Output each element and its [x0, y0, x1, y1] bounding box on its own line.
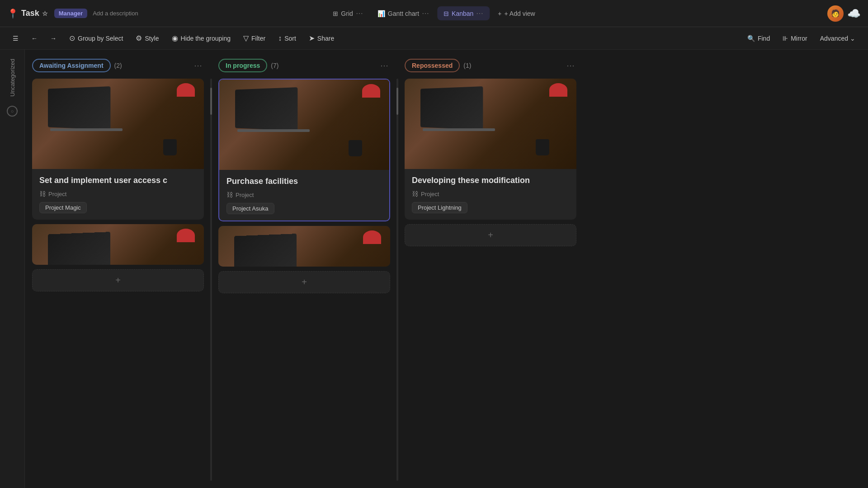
gantt-menu-icon[interactable]: ⋯ — [422, 9, 429, 18]
sidebar-toggle-icon: ☰ — [13, 35, 19, 42]
column-inprogress: In progress (7) ⋯ ✋ Purchase facilities … — [218, 57, 390, 481]
card-title-set-user: Set and implement user access c — [39, 175, 197, 186]
app-title-group: 📍 Task ☆ Manager — [7, 8, 87, 19]
cloud-icon[interactable]: ☁️ — [847, 7, 861, 20]
card-developing-modification[interactable]: Developing these modification ⛓ Project … — [405, 79, 576, 220]
redo-icon: → — [50, 35, 57, 42]
share-button[interactable]: ➤ Share — [303, 32, 340, 45]
top-bar: 📍 Task ☆ Manager Add a description ⊞ Gri… — [0, 0, 868, 27]
awaiting-scrollbar[interactable] — [210, 79, 212, 481]
awaiting-menu-icon[interactable]: ⋯ — [192, 59, 204, 72]
column-header-repossessed: Repossessed (1) ⋯ — [405, 57, 576, 74]
inprogress-menu-icon[interactable]: ⋯ — [378, 59, 390, 72]
toolbar: ☰ ← → ⊙ Group by Select ⚙ Style ◉ Hide t… — [0, 27, 868, 50]
card-image-set-user — [32, 79, 204, 169]
card-tag-magic: Project Magic — [39, 202, 87, 213]
group-by-icon: ⊙ — [69, 34, 75, 42]
repossessed-menu-icon[interactable]: ⋯ — [565, 59, 576, 72]
find-label: Find — [758, 35, 770, 42]
style-button[interactable]: ⚙ Style — [130, 32, 164, 45]
kanban-icon: ⊟ — [443, 10, 449, 17]
card-inprogress-partial[interactable] — [218, 226, 390, 267]
card-project-label-developing: Project — [421, 191, 439, 197]
tab-gantt-label: Gantt chart — [388, 10, 419, 17]
card-project-row-1: ⛓ Project — [39, 190, 197, 197]
tab-kanban[interactable]: ⊟ Kanban ⋯ — [437, 6, 490, 20]
hat-decoration-5 — [549, 83, 567, 97]
mug-decoration-5 — [536, 139, 549, 155]
mirror-button[interactable]: ⊪ Mirror — [777, 33, 813, 44]
card-project-label-1: Project — [48, 191, 66, 197]
manager-badge: Manager — [54, 9, 87, 18]
mirror-label: Mirror — [791, 35, 807, 42]
column-repossessed: Repossessed (1) ⋯ Developing these modif… — [405, 57, 576, 481]
mirror-icon: ⊪ — [783, 35, 788, 42]
add-card-inprogress[interactable]: + — [218, 271, 390, 293]
sidebar-toggle-button[interactable]: ☰ — [7, 33, 24, 44]
card-project-row-purchase: ⛓ Project — [226, 191, 382, 198]
redo-button[interactable]: → — [45, 33, 62, 44]
hat-decoration-4 — [363, 230, 381, 244]
card-set-user-access[interactable]: Set and implement user access c ⛓ Projec… — [32, 79, 204, 220]
card-tag-asuka: Project Asuka — [226, 203, 274, 214]
hat-decoration-3 — [362, 84, 380, 98]
hide-grouping-button[interactable]: ◉ Hide the grouping — [166, 32, 236, 45]
card-image-developing — [405, 79, 576, 169]
share-icon: ➤ — [309, 34, 315, 42]
project-link-icon: ⛓ — [39, 190, 46, 197]
toolbar-right: 🔍 Find ⊪ Mirror Advanced ⌄ — [742, 33, 861, 44]
inprogress-scrollbar[interactable] — [396, 79, 398, 481]
plus-repossessed-icon: + — [488, 230, 493, 240]
sort-button[interactable]: ↕ Sort — [273, 32, 302, 45]
filter-button[interactable]: ▽ Filter — [238, 32, 271, 45]
plus-inprogress-icon: + — [302, 277, 307, 287]
kanban-board: Awaiting Assignment (2) ⋯ Set and implem… — [25, 50, 868, 488]
card-content-developing: Developing these modification ⛓ Project … — [405, 169, 576, 220]
app-title-text: Task — [21, 9, 39, 18]
grid-menu-icon[interactable]: ⋯ — [356, 9, 363, 18]
column-label-inprogress: In progress (7) — [218, 59, 278, 72]
hat-decoration-2 — [177, 229, 195, 242]
top-right-controls: 🧑 ☁️ — [827, 5, 861, 22]
star-icon[interactable]: ☆ — [42, 10, 48, 17]
card-image-purchase — [219, 80, 389, 170]
project-link-icon-2: ⛓ — [226, 191, 233, 198]
hide-grouping-label: Hide the grouping — [181, 35, 231, 42]
card-awaiting-partial[interactable] — [32, 224, 204, 265]
pin-icon: 📍 — [7, 8, 19, 19]
add-view-label: + Add view — [505, 10, 535, 17]
column-label-repossessed: Repossessed (1) — [405, 59, 471, 72]
kanban-menu-icon[interactable]: ⋯ — [476, 9, 483, 18]
card-image-inprogress-partial — [218, 226, 390, 267]
tab-gantt[interactable]: 📊 Gantt chart ⋯ — [371, 6, 435, 20]
mug-decoration — [163, 139, 177, 155]
sort-icon: ↕ — [278, 34, 282, 42]
uncategorized-label: Uncategorized — [7, 55, 18, 100]
plus-icon: + — [498, 10, 501, 17]
gantt-icon: 📊 — [377, 10, 385, 17]
uncategorized-sidebar: Uncategorized ○ — [0, 50, 25, 488]
chevron-down-icon: ⌄ — [850, 35, 855, 42]
card-title-purchase: Purchase facilities — [226, 176, 382, 187]
card-project-row-developing: ⛓ Project — [412, 190, 569, 197]
mug-decoration-3 — [349, 140, 362, 156]
avatar[interactable]: 🧑 — [827, 5, 844, 22]
main-layout: Uncategorized ○ Awaiting Assignment (2) … — [0, 50, 868, 488]
group-by-label: Group by Select — [78, 35, 123, 42]
add-card-awaiting[interactable]: + — [32, 269, 204, 291]
tab-grid-label: Grid — [341, 10, 353, 17]
group-by-button[interactable]: ⊙ Group by Select — [64, 32, 128, 45]
add-card-repossessed[interactable]: + — [405, 224, 576, 246]
tab-grid[interactable]: ⊞ Grid ⋯ — [326, 6, 369, 20]
card-purchase-facilities[interactable]: ✋ Purchase facilities ⛓ Project Project … — [218, 79, 390, 221]
column-awaiting: Awaiting Assignment (2) ⋯ Set and implem… — [32, 57, 204, 481]
add-view-button[interactable]: + + Add view — [491, 7, 541, 20]
card-content-set-user: Set and implement user access c ⛓ Projec… — [32, 169, 204, 220]
find-button[interactable]: 🔍 Find — [742, 33, 775, 44]
sort-label: Sort — [284, 35, 296, 42]
undo-button[interactable]: ← — [26, 33, 43, 44]
find-icon: 🔍 — [747, 35, 755, 42]
hat-decoration — [177, 83, 195, 97]
share-label: Share — [317, 35, 334, 42]
advanced-button[interactable]: Advanced ⌄ — [815, 33, 861, 44]
